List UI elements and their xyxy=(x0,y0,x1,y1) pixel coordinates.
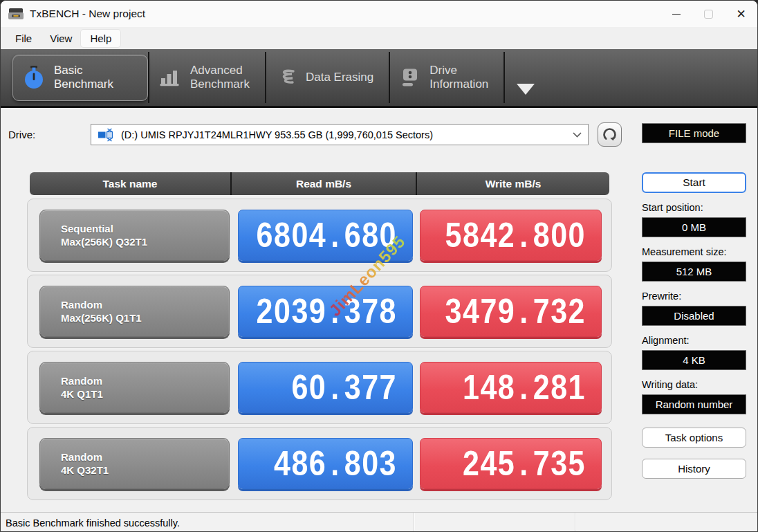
refresh-drives-button[interactable] xyxy=(598,122,622,147)
start-position-label: Start position: xyxy=(642,202,746,213)
table-row: Random 4K Q32T1 486.803 245.735 xyxy=(27,427,612,500)
minimize-button[interactable] xyxy=(660,1,692,27)
results-rows: Sequential Max(256K) Q32T1 6804.680 5842… xyxy=(27,199,612,500)
title-bar: TxBENCH - New project ✕ xyxy=(1,1,757,27)
tab-drive-information[interactable]: DriveInformation xyxy=(390,57,503,98)
writing-data-label: Writing data: xyxy=(642,379,746,390)
tab-label-line: Benchmark xyxy=(54,77,113,91)
tab-basic-benchmark[interactable]: BasicBenchmark xyxy=(12,55,148,101)
table-row: Random 4K Q1T1 60.377 148.281 xyxy=(27,351,612,424)
more-tabs-caret-icon[interactable] xyxy=(517,84,535,95)
task-name-line: 4K Q1T1 xyxy=(61,387,229,401)
drive-label: Drive: xyxy=(1,129,91,140)
tab-data-erasing[interactable]: Data Erasing xyxy=(266,62,389,93)
task-button-random-max-q1t1[interactable]: Random Max(256K) Q1T1 xyxy=(39,286,230,337)
measurement-size-value[interactable]: 512 MB xyxy=(642,262,746,282)
task-button-random-4k-q1t1[interactable]: Random 4K Q1T1 xyxy=(39,362,230,413)
history-button[interactable]: History xyxy=(642,459,746,479)
content-area: JimLeon595 Drive: (D:) UMIS RPJYJ1T24MLR… xyxy=(1,108,757,512)
header-task-name: Task name xyxy=(30,178,230,190)
app-window: TxBENCH - New project ✕ File View Help B… xyxy=(0,0,758,532)
status-message-cell: Basic Benchmark finished successfully. xyxy=(1,513,414,532)
tab-label-line: Information xyxy=(429,77,488,91)
task-button-sequential-max-q32t1[interactable]: Sequential Max(256K) Q32T1 xyxy=(39,210,230,261)
start-position-value[interactable]: 0 MB xyxy=(642,217,746,237)
file-mode-button[interactable]: FILE mode xyxy=(642,123,746,143)
tab-separator xyxy=(503,52,505,103)
close-button[interactable]: ✕ xyxy=(725,1,757,27)
read-value: 486.803 xyxy=(274,444,397,484)
task-options-button[interactable]: Task options xyxy=(642,428,746,448)
write-value: 5842.800 xyxy=(445,216,586,255)
alignment-value[interactable]: 4 KB xyxy=(642,350,746,370)
read-value-panel: 2039.378 xyxy=(238,286,413,337)
maximize-button[interactable] xyxy=(692,1,725,27)
writing-data-value[interactable]: Random number xyxy=(642,394,746,414)
write-value: 3479.732 xyxy=(445,292,586,331)
write-value-panel: 148.281 xyxy=(420,362,602,413)
tab-bar: BasicBenchmark AdvancedBenchmark Data Er… xyxy=(1,49,757,108)
task-name-line: Random xyxy=(61,298,229,312)
write-value: 245.735 xyxy=(463,444,586,484)
chevron-down-icon xyxy=(573,132,582,138)
read-value: 60.377 xyxy=(291,368,397,407)
task-name-line: Max(256K) Q32T1 xyxy=(61,235,229,249)
tab-advanced-benchmark[interactable]: AdvancedBenchmark xyxy=(149,57,265,98)
tab-label-line: Advanced xyxy=(190,64,243,77)
tab-label-line: Data Erasing xyxy=(306,71,373,84)
menu-help[interactable]: Help xyxy=(81,30,120,47)
bar-chart-icon xyxy=(159,68,181,87)
start-button[interactable]: Start xyxy=(642,172,746,193)
read-value-panel: 60.377 xyxy=(238,362,413,413)
sidebar: FILE mode Start Start position: 0 MB Mea… xyxy=(623,108,757,512)
window-title: TxBENCH - New project xyxy=(30,8,145,20)
menu-file[interactable]: File xyxy=(6,30,41,47)
eraser-icon xyxy=(276,68,297,86)
task-name-line: Sequential xyxy=(61,222,229,236)
stopwatch-icon xyxy=(23,65,45,91)
alignment-label: Alignment: xyxy=(642,335,746,346)
menu-bar: File View Help xyxy=(1,27,757,49)
app-icon xyxy=(8,6,24,21)
tab-label-line: Drive xyxy=(429,64,457,77)
header-read: Read mB/s xyxy=(230,172,416,195)
minimize-icon xyxy=(672,14,681,15)
task-button-random-4k-q32t1[interactable]: Random 4K Q32T1 xyxy=(39,438,230,489)
drive-info-icon xyxy=(400,68,420,87)
task-name-line: Max(256K) Q1T1 xyxy=(61,311,229,325)
write-value-panel: 5842.800 xyxy=(420,210,602,261)
status-bar: Basic Benchmark finished successfully. xyxy=(1,512,757,532)
results-header-row: Task name Read mB/s Write mB/s xyxy=(30,172,609,195)
header-write: Write mB/s xyxy=(416,172,609,195)
read-value-panel: 6804.680 xyxy=(238,210,413,261)
write-value-panel: 245.735 xyxy=(420,438,602,489)
menu-view[interactable]: View xyxy=(41,30,81,47)
drive-icon xyxy=(98,127,116,143)
main-panel: Drive: (D:) UMIS RPJYJ1T24MLR1HWY 953.55… xyxy=(1,108,623,512)
measurement-size-label: Measurement size: xyxy=(642,246,746,257)
status-cell xyxy=(414,513,575,532)
read-value: 6804.680 xyxy=(257,216,397,255)
maximize-icon xyxy=(704,10,713,19)
drive-selected-text: (D:) UMIS RPJYJ1T24MLR1HWY 953.55 GB (1,… xyxy=(121,129,433,140)
close-icon: ✕ xyxy=(736,8,746,20)
table-row: Random Max(256K) Q1T1 2039.378 3479.732 xyxy=(27,275,612,348)
drive-select[interactable]: (D:) UMIS RPJYJ1T24MLR1HWY 953.55 GB (1,… xyxy=(91,124,589,145)
task-name-line: Random xyxy=(61,450,229,464)
status-message: Basic Benchmark finished successfully. xyxy=(6,517,180,529)
read-value-panel: 486.803 xyxy=(238,438,413,489)
table-row: Sequential Max(256K) Q32T1 6804.680 5842… xyxy=(27,199,612,272)
prewrite-value[interactable]: Disabled xyxy=(642,306,746,326)
tab-label-line: Benchmark xyxy=(190,77,250,91)
status-cell xyxy=(575,513,757,532)
write-value: 148.281 xyxy=(463,368,586,407)
refresh-icon xyxy=(602,127,617,142)
write-value-panel: 3479.732 xyxy=(420,286,602,337)
tab-label-line: Basic xyxy=(54,64,83,77)
task-name-line: Random xyxy=(61,374,229,388)
drive-row: Drive: (D:) UMIS RPJYJ1T24MLR1HWY 953.55… xyxy=(1,122,623,147)
read-value: 2039.378 xyxy=(257,292,397,331)
task-name-line: 4K Q32T1 xyxy=(61,464,229,477)
prewrite-label: Prewrite: xyxy=(642,291,746,302)
